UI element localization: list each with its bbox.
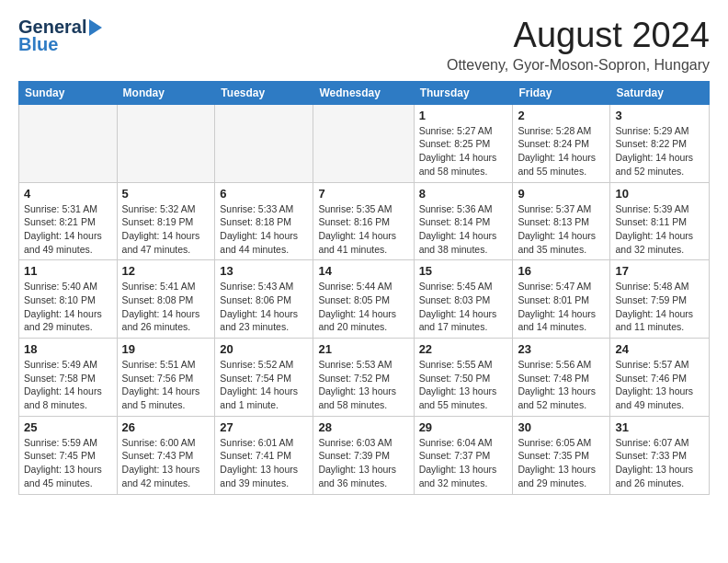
col-sunday: Sunday	[19, 81, 118, 104]
day-info: Sunrise: 5:31 AM Sunset: 8:21 PM Dayligh…	[24, 202, 112, 257]
calendar-cell-w2-d1: 5Sunrise: 5:32 AM Sunset: 8:19 PM Daylig…	[117, 182, 215, 260]
calendar-cell-w1-d1	[117, 104, 215, 182]
calendar-week-1: 1Sunrise: 5:27 AM Sunset: 8:25 PM Daylig…	[19, 104, 710, 182]
calendar-cell-w5-d1: 26Sunrise: 6:00 AM Sunset: 7:43 PM Dayli…	[117, 416, 215, 494]
day-info: Sunrise: 5:56 AM Sunset: 7:48 PM Dayligh…	[518, 358, 605, 412]
day-number: 15	[419, 264, 508, 278]
calendar-week-3: 11Sunrise: 5:40 AM Sunset: 8:10 PM Dayli…	[19, 260, 710, 339]
calendar-cell-w2-d6: 10Sunrise: 5:39 AM Sunset: 8:11 PM Dayli…	[610, 182, 710, 260]
day-info: Sunrise: 5:55 AM Sunset: 7:50 PM Dayligh…	[419, 358, 508, 412]
day-info: Sunrise: 5:45 AM Sunset: 8:03 PM Dayligh…	[419, 280, 508, 334]
day-info: Sunrise: 5:29 AM Sunset: 8:22 PM Dayligh…	[615, 124, 704, 178]
day-info: Sunrise: 6:01 AM Sunset: 7:41 PM Dayligh…	[220, 436, 308, 490]
col-wednesday: Wednesday	[313, 81, 414, 104]
day-number: 5	[122, 187, 210, 201]
day-number: 14	[318, 264, 408, 278]
title-area: August 2024 Otteveny, Gyor-Moson-Sopron,…	[447, 17, 710, 74]
calendar-cell-w5-d3: 28Sunrise: 6:03 AM Sunset: 7:39 PM Dayli…	[313, 416, 414, 494]
day-info: Sunrise: 6:03 AM Sunset: 7:39 PM Dayligh…	[318, 436, 408, 490]
day-info: Sunrise: 5:52 AM Sunset: 7:54 PM Dayligh…	[220, 358, 308, 412]
calendar-header-row: Sunday Monday Tuesday Wednesday Thursday…	[19, 81, 710, 104]
page: General Blue August 2024 Otteveny, Gyor-…	[0, 0, 728, 504]
calendar-cell-w5-d0: 25Sunrise: 5:59 AM Sunset: 7:45 PM Dayli…	[19, 416, 118, 494]
day-number: 12	[122, 264, 210, 278]
calendar-cell-w4-d6: 24Sunrise: 5:57 AM Sunset: 7:46 PM Dayli…	[610, 339, 710, 417]
day-info: Sunrise: 5:28 AM Sunset: 8:24 PM Dayligh…	[518, 124, 605, 178]
day-info: Sunrise: 5:41 AM Sunset: 8:08 PM Dayligh…	[122, 280, 210, 334]
calendar-cell-w5-d2: 27Sunrise: 6:01 AM Sunset: 7:41 PM Dayli…	[215, 416, 313, 494]
day-info: Sunrise: 5:59 AM Sunset: 7:45 PM Dayligh…	[24, 436, 112, 490]
calendar-cell-w4-d2: 20Sunrise: 5:52 AM Sunset: 7:54 PM Dayli…	[215, 339, 313, 417]
calendar-cell-w3-d2: 13Sunrise: 5:43 AM Sunset: 8:06 PM Dayli…	[215, 260, 313, 339]
logo: General Blue	[18, 17, 102, 55]
day-number: 11	[24, 264, 112, 278]
calendar-cell-w3-d3: 14Sunrise: 5:44 AM Sunset: 8:05 PM Dayli…	[313, 260, 414, 339]
day-info: Sunrise: 5:33 AM Sunset: 8:18 PM Dayligh…	[220, 202, 308, 257]
calendar-cell-w1-d5: 2Sunrise: 5:28 AM Sunset: 8:24 PM Daylig…	[513, 104, 610, 182]
day-info: Sunrise: 5:53 AM Sunset: 7:52 PM Dayligh…	[318, 358, 408, 412]
day-info: Sunrise: 5:44 AM Sunset: 8:05 PM Dayligh…	[318, 280, 408, 334]
calendar-cell-w4-d1: 19Sunrise: 5:51 AM Sunset: 7:56 PM Dayli…	[117, 339, 215, 417]
calendar-cell-w2-d5: 9Sunrise: 5:37 AM Sunset: 8:13 PM Daylig…	[513, 182, 610, 260]
day-number: 18	[24, 342, 112, 356]
day-info: Sunrise: 5:43 AM Sunset: 8:06 PM Dayligh…	[220, 280, 308, 334]
location-subtitle: Otteveny, Gyor-Moson-Sopron, Hungary	[447, 57, 710, 74]
day-number: 2	[518, 109, 605, 122]
calendar-cell-w1-d4: 1Sunrise: 5:27 AM Sunset: 8:25 PM Daylig…	[414, 104, 513, 182]
day-number: 8	[419, 187, 508, 201]
calendar-cell-w3-d6: 17Sunrise: 5:48 AM Sunset: 7:59 PM Dayli…	[610, 260, 710, 339]
col-friday: Friday	[513, 81, 610, 104]
calendar-cell-w3-d0: 11Sunrise: 5:40 AM Sunset: 8:10 PM Dayli…	[19, 260, 118, 339]
day-info: Sunrise: 5:48 AM Sunset: 7:59 PM Dayligh…	[615, 280, 704, 334]
day-info: Sunrise: 6:00 AM Sunset: 7:43 PM Dayligh…	[122, 436, 210, 490]
day-number: 4	[24, 187, 112, 201]
day-info: Sunrise: 5:47 AM Sunset: 8:01 PM Dayligh…	[518, 280, 605, 334]
day-info: Sunrise: 6:07 AM Sunset: 7:33 PM Dayligh…	[615, 436, 704, 490]
calendar-cell-w5-d5: 30Sunrise: 6:05 AM Sunset: 7:35 PM Dayli…	[513, 416, 610, 494]
day-number: 13	[220, 264, 308, 278]
day-info: Sunrise: 5:57 AM Sunset: 7:46 PM Dayligh…	[615, 358, 704, 412]
day-number: 20	[220, 342, 308, 356]
day-number: 3	[615, 109, 704, 122]
day-number: 21	[318, 342, 408, 356]
col-saturday: Saturday	[610, 81, 710, 104]
calendar-cell-w4-d3: 21Sunrise: 5:53 AM Sunset: 7:52 PM Dayli…	[313, 339, 414, 417]
calendar-week-2: 4Sunrise: 5:31 AM Sunset: 8:21 PM Daylig…	[19, 182, 710, 260]
calendar-cell-w4-d0: 18Sunrise: 5:49 AM Sunset: 7:58 PM Dayli…	[19, 339, 118, 417]
day-number: 7	[318, 187, 408, 201]
calendar-cell-w2-d3: 7Sunrise: 5:35 AM Sunset: 8:16 PM Daylig…	[313, 182, 414, 260]
day-number: 27	[220, 420, 308, 434]
calendar-cell-w2-d2: 6Sunrise: 5:33 AM Sunset: 8:18 PM Daylig…	[215, 182, 313, 260]
day-number: 19	[122, 342, 210, 356]
day-number: 29	[419, 420, 508, 434]
calendar-cell-w2-d0: 4Sunrise: 5:31 AM Sunset: 8:21 PM Daylig…	[19, 182, 118, 260]
col-tuesday: Tuesday	[215, 81, 313, 104]
calendar-week-5: 25Sunrise: 5:59 AM Sunset: 7:45 PM Dayli…	[19, 416, 710, 494]
day-number: 31	[615, 420, 704, 434]
day-number: 1	[419, 109, 508, 122]
day-number: 17	[615, 264, 704, 278]
day-number: 24	[615, 342, 704, 356]
day-info: Sunrise: 5:39 AM Sunset: 8:11 PM Dayligh…	[615, 202, 704, 257]
calendar-cell-w3-d1: 12Sunrise: 5:41 AM Sunset: 8:08 PM Dayli…	[117, 260, 215, 339]
calendar-cell-w5-d4: 29Sunrise: 6:04 AM Sunset: 7:37 PM Dayli…	[414, 416, 513, 494]
day-number: 30	[518, 420, 605, 434]
month-title: August 2024	[447, 17, 710, 55]
logo-arrow-icon	[89, 19, 102, 36]
day-info: Sunrise: 5:36 AM Sunset: 8:14 PM Dayligh…	[419, 202, 508, 257]
calendar-cell-w1-d2	[215, 104, 313, 182]
calendar-cell-w3-d4: 15Sunrise: 5:45 AM Sunset: 8:03 PM Dayli…	[414, 260, 513, 339]
day-number: 9	[518, 187, 605, 201]
day-info: Sunrise: 5:49 AM Sunset: 7:58 PM Dayligh…	[24, 358, 112, 412]
logo-blue: Blue	[18, 34, 58, 55]
calendar-cell-w1-d0	[19, 104, 118, 182]
day-number: 25	[24, 420, 112, 434]
day-number: 16	[518, 264, 605, 278]
day-info: Sunrise: 5:35 AM Sunset: 8:16 PM Dayligh…	[318, 202, 408, 257]
calendar-cell-w1-d3	[313, 104, 414, 182]
col-thursday: Thursday	[414, 81, 513, 104]
day-number: 6	[220, 187, 308, 201]
calendar-cell-w1-d6: 3Sunrise: 5:29 AM Sunset: 8:22 PM Daylig…	[610, 104, 710, 182]
day-info: Sunrise: 5:27 AM Sunset: 8:25 PM Dayligh…	[419, 124, 508, 178]
calendar-cell-w4-d5: 23Sunrise: 5:56 AM Sunset: 7:48 PM Dayli…	[513, 339, 610, 417]
